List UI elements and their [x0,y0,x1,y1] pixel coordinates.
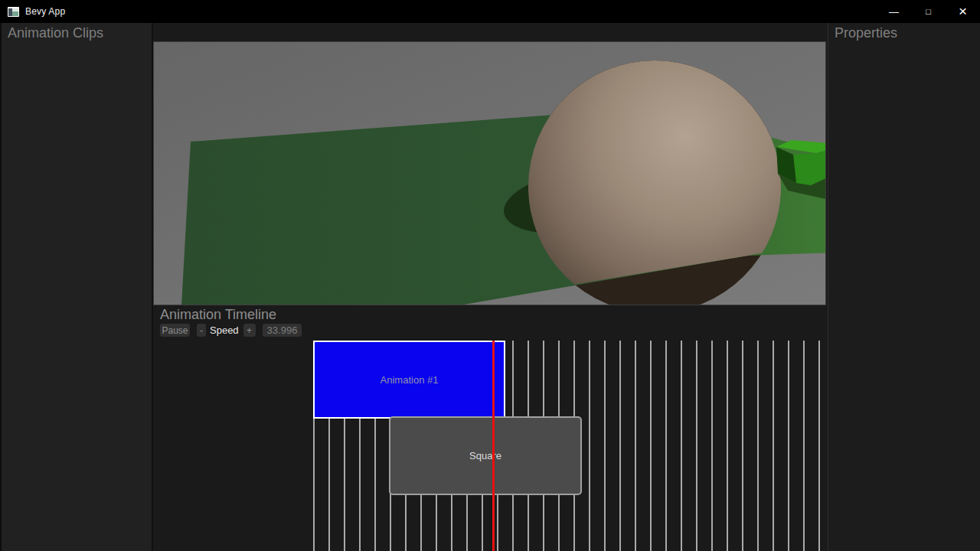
timeline-clip-1[interactable]: Animation #1 [313,341,505,419]
timeline-tick [711,341,713,551]
timeline-tick [604,341,606,551]
timeline-tick [803,341,805,551]
bevy-app-icon-right [12,8,18,16]
window-controls: — □ × [877,0,980,23]
timeline-tick [773,341,774,551]
clip-label: Animation #1 [381,374,439,386]
title-bar: Bevy App — □ × [0,0,980,23]
timeline-clip-2[interactable]: Square [389,416,582,495]
animation-clips-panel-title: Animation Clips [8,25,103,41]
clip-label: Square [469,450,501,461]
timeline-canvas[interactable]: Animation #1Square [153,23,828,551]
properties-panel: Properties [828,23,980,551]
center-panel: Animation Timeline Pause - Speed + 33.99… [153,23,828,551]
timeline-tick [788,341,789,551]
timeline-tick [818,341,820,551]
window-title: Bevy App [25,6,65,17]
playhead[interactable] [492,341,495,551]
timeline-tick [635,341,636,551]
timeline-tick [681,341,682,551]
minimize-button[interactable]: — [877,0,911,23]
properties-panel-title: Properties [835,25,897,41]
maximize-button[interactable]: □ [911,0,946,23]
animation-clips-panel: Animation Clips [0,23,153,551]
timeline-tick [619,341,621,551]
timeline-tick [757,341,759,551]
timeline-tick [727,341,728,551]
close-button[interactable]: × [946,0,980,23]
timeline-tick [650,341,652,551]
timeline-tick [665,341,667,551]
timeline-tick [742,341,743,551]
timeline-tick [589,341,590,551]
timeline-tick [696,341,697,551]
bevy-app-icon [8,7,19,17]
